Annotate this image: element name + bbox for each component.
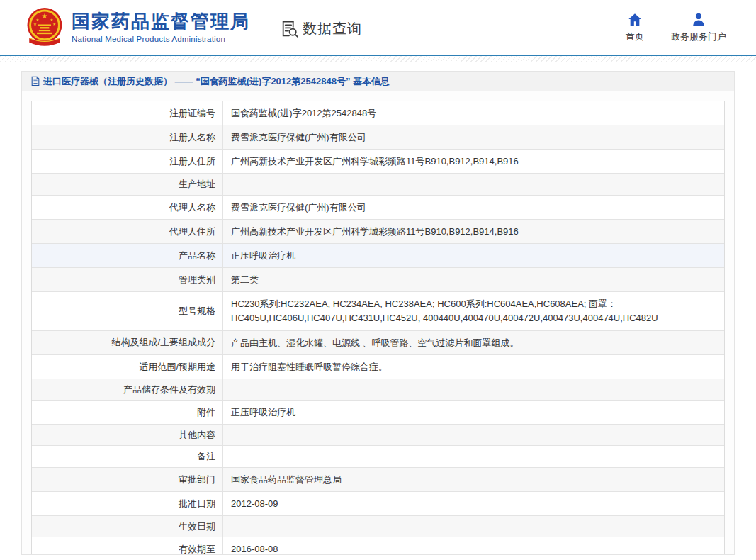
row-label: 注册证编号 (32, 101, 223, 125)
table-row: 有效期至2016-08-08 (32, 537, 724, 555)
row-label: 型号规格 (32, 292, 223, 330)
row-value: 2016-08-08 (223, 537, 724, 555)
table-row: 型号规格HC230系列:HC232AEA, HC234AEA, HC238AEA… (32, 292, 724, 330)
table-row: 其他内容 (32, 425, 724, 446)
national-emblem-icon: ★ ★ ★ ★ ★ (24, 6, 65, 49)
page-title-bar: 进口医疗器械（注册历史数据） —— “国食药监械(进)字2012第2542848… (22, 72, 734, 91)
table-row: 注册人名称费雪派克医疗保健(广州)有限公司 (32, 125, 724, 150)
row-value: 国家食品药品监督管理总局 (223, 468, 724, 491)
table-row: 结构及组成/主要组成成分产品由主机、湿化水罐、电源线 、呼吸管路、空气过滤片和面… (32, 331, 724, 355)
table-row: 生产地址 (32, 174, 724, 195)
header-divider-hatch (0, 56, 756, 62)
table-row: 注册人住所广州高新技术产业开发区广州科学城彩频路11号B910,B912,B91… (32, 150, 724, 174)
row-value: 广州高新技术产业开发区广州科学城彩频路11号B910,B912,B914,B91… (223, 150, 724, 173)
row-label: 附件 (32, 401, 223, 424)
site-header: ★ ★ ★ ★ ★ 国家药品监督管理局 National Medical Pro… (0, 0, 756, 55)
row-value: 国食药监械(进)字2012第2542848号 (223, 101, 724, 125)
table-row: 产品名称正压呼吸治疗机 (32, 244, 724, 268)
row-label: 其他内容 (32, 425, 223, 445)
row-label: 管理类别 (32, 268, 223, 291)
info-table: 注册证编号国食药监械(进)字2012第2542848号注册人名称费雪派克医疗保健… (31, 101, 725, 555)
data-query-label: 数据查询 (303, 19, 362, 38)
svg-text:★: ★ (42, 12, 48, 20)
row-value: 第二类 (223, 268, 724, 291)
user-icon (691, 12, 706, 28)
row-label: 审批部门 (32, 468, 223, 491)
nav-item-portal[interactable]: 政务服务门户 (671, 12, 726, 43)
org-names: 国家药品监督管理局 National Medical Products Admi… (72, 11, 250, 43)
row-label: 生产地址 (32, 174, 223, 194)
table-row: 适用范围/预期用途用于治疗阻塞性睡眠呼吸暂停综合症。 (32, 355, 724, 379)
table-row: 产品储存条件及有效期 (32, 379, 724, 401)
header-nav: 首页 政务服务门户 (626, 12, 726, 43)
table-row: 管理类别第二类 (32, 268, 724, 292)
nav-portal-label: 政务服务门户 (671, 30, 726, 43)
nav-item-home[interactable]: 首页 (626, 12, 644, 43)
row-value: 广州高新技术产业开发区广州科学城彩频路11号B910,B912,B914,B91… (223, 220, 724, 243)
table-row: 备注 (32, 446, 724, 467)
row-value: 产品由主机、湿化水罐、电源线 、呼吸管路、空气过滤片和面罩组成。 (223, 331, 724, 354)
svg-text:★: ★ (52, 22, 56, 26)
row-label: 代理人名称 (32, 196, 223, 219)
row-value (223, 174, 724, 194)
row-value: 正压呼吸治疗机 (223, 244, 724, 267)
row-label: 代理人住所 (32, 220, 223, 243)
data-query-section[interactable]: 数据查询 (280, 19, 362, 38)
row-value: 2012-08-09 (223, 492, 724, 515)
row-value: HC230系列:HC232AEA, HC234AEA, HC238AEA; HC… (223, 292, 724, 330)
org-name-en: National Medical Products Administration (72, 35, 250, 43)
document-icon (30, 76, 40, 86)
row-label: 产品名称 (32, 244, 223, 267)
table-row: 代理人名称费雪派克医疗保健(广州)有限公司 (32, 196, 724, 220)
row-value: 费雪派克医疗保健(广州)有限公司 (223, 125, 724, 149)
row-value (223, 379, 724, 400)
site-logo[interactable]: ★ ★ ★ ★ ★ 国家药品监督管理局 National Medical Pro… (24, 6, 250, 49)
row-label: 批准日期 (32, 492, 223, 515)
row-value: 费雪派克医疗保健(广州)有限公司 (223, 196, 724, 219)
table-row: 代理人住所广州高新技术产业开发区广州科学城彩频路11号B910,B912,B91… (32, 220, 724, 244)
table-row: 批准日期2012-08-09 (32, 492, 724, 516)
row-label: 备注 (32, 446, 223, 466)
table-row: 审批部门国家食品药品监督管理总局 (32, 468, 724, 492)
table-row: 生效日期 (32, 516, 724, 537)
row-value: 用于治疗阻塞性睡眠呼吸暂停综合症。 (223, 355, 724, 379)
row-label: 注册人住所 (32, 150, 223, 173)
svg-text:★: ★ (50, 17, 54, 21)
row-label: 注册人名称 (32, 125, 223, 149)
row-label: 生效日期 (32, 516, 223, 537)
row-label: 有效期至 (32, 537, 223, 555)
content-container: 进口医疗器械（注册历史数据） —— “国食药监械(进)字2012第2542848… (21, 71, 735, 555)
row-value (223, 425, 724, 445)
svg-text:★: ★ (33, 22, 37, 26)
row-value (223, 446, 724, 466)
table-row: 附件正压呼吸治疗机 (32, 401, 724, 425)
home-icon (627, 12, 643, 28)
row-label: 结构及组成/主要组成成分 (32, 331, 223, 354)
row-label: 适用范围/预期用途 (32, 355, 223, 379)
table-row: 注册证编号国食药监械(进)字2012第2542848号 (32, 101, 724, 125)
row-value: 正压呼吸治疗机 (223, 401, 724, 424)
page-title: 进口医疗器械（注册历史数据） —— “国食药监械(进)字2012第2542848… (43, 75, 390, 88)
org-name-cn: 国家药品监督管理局 (72, 11, 250, 33)
document-search-icon (280, 19, 299, 38)
row-value (223, 516, 724, 537)
nav-home-label: 首页 (626, 30, 644, 43)
svg-text:★: ★ (36, 17, 40, 21)
row-label: 产品储存条件及有效期 (32, 379, 223, 400)
